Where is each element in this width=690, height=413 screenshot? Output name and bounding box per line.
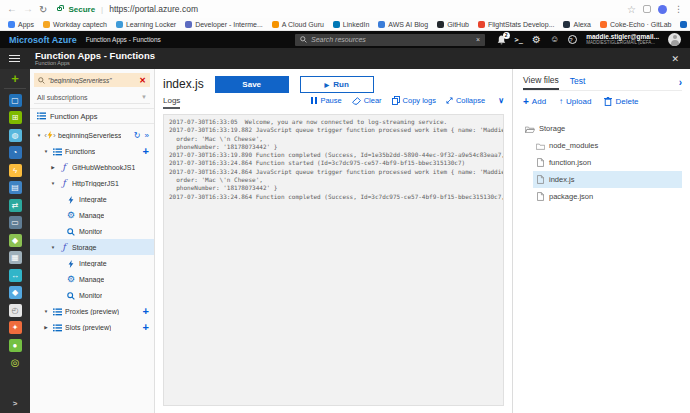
add-icon[interactable]: + [143, 322, 149, 332]
resource-groups-icon[interactable]: ◆ [9, 234, 22, 247]
hamburger-menu-icon[interactable] [9, 55, 20, 57]
chevron-right-icon[interactable]: ▶ [43, 325, 49, 330]
file-item-index-js[interactable]: index.js [533, 171, 682, 188]
close-blade-icon[interactable]: ✕ [671, 54, 681, 64]
collapse-button[interactable]: Collapse [446, 96, 485, 105]
tree-item-functions[interactable]: ▼Functions+ [30, 143, 154, 159]
account-menu[interactable]: maddie.stigler@gmail... MADDIESTIGLERGMA… [586, 33, 659, 45]
chevron-down-icon[interactable]: ▼ [43, 149, 49, 154]
tree-item-manage[interactable]: ⚙Manage [30, 271, 154, 287]
tree-item-integrate[interactable]: Integrate [30, 255, 154, 271]
tree-item-monitor[interactable]: Monitor [30, 287, 154, 303]
file-item-package-json[interactable]: package.json [533, 188, 682, 205]
browser-reload-icon[interactable]: ↻ [39, 4, 47, 15]
help-icon[interactable]: ? [568, 35, 577, 44]
chevron-down-icon[interactable]: ▼ [50, 181, 56, 186]
chevron-right-icon[interactable]: ▶ [50, 165, 56, 170]
subscriptions-icon[interactable]: ◎ [9, 356, 22, 369]
bookmark-apps[interactable]: Apps [8, 21, 34, 28]
azure-brand[interactable]: Microsoft Azure [9, 35, 77, 45]
app-services-icon[interactable]: ◍ [9, 129, 22, 142]
bookmark-aws-ai-blog[interactable]: AWS AI Blog [378, 21, 428, 28]
file-item-function-json[interactable]: function.json [533, 154, 682, 171]
bookmark-developer-interme[interactable]: Developer - Interme... [185, 21, 263, 28]
tree-item-beginningserverless[interactable]: ▼‹›beginningServerless↻» [30, 127, 154, 143]
add-file-button[interactable]: +Add [523, 96, 546, 107]
templates-icon[interactable]: ▦ [9, 251, 22, 264]
clear-button[interactable]: Clear [352, 96, 382, 105]
bookmark-proposal-tracker[interactable]: Proposal Tracker -... [680, 21, 690, 28]
app-insights-icon[interactable]: ● [9, 339, 22, 352]
avatar[interactable] [668, 33, 681, 46]
bookmark-coke-echo-gitlab[interactable]: Coke-Echo · GitLab [600, 21, 671, 28]
tree-item-manage[interactable]: ⚙Manage [30, 207, 154, 223]
add-icon[interactable]: + [143, 306, 149, 316]
search-resources-input[interactable]: Search resources × [295, 34, 485, 46]
bookmark-learning-locker[interactable]: Learning Locker [116, 21, 176, 28]
browser-menu-icon[interactable]: ⋮ [674, 4, 683, 14]
tree-item-storage[interactable]: ▼ƒStorage [30, 239, 154, 255]
bookmark-alexa[interactable]: Alexa [563, 21, 591, 28]
pause-button[interactable]: Pause [311, 96, 341, 105]
clear-search-icon[interactable]: × [476, 36, 480, 43]
sql-databases-icon[interactable]: ▤ [9, 181, 22, 194]
sync-icon[interactable]: ⇄ [9, 199, 22, 212]
scheduler-icon[interactable]: ◴ [9, 304, 22, 317]
run-button[interactable]: ▶Run [300, 76, 374, 93]
extension-icon[interactable] [658, 5, 667, 14]
copy-logs-button[interactable]: Copy logs [392, 96, 436, 105]
delete-button[interactable]: Delete [604, 97, 638, 106]
metrics-icon[interactable]: ◔ [9, 146, 22, 159]
cloud-shell-icon[interactable]: >_ [515, 36, 523, 44]
tree-item-label: beginningServerless [58, 132, 121, 139]
file-item-node-modules[interactable]: node_modules [533, 137, 682, 154]
chevron-down-icon[interactable]: ∨ [498, 96, 504, 105]
function-apps-section[interactable]: Function Apps [30, 108, 154, 124]
chevron-down-icon[interactable]: ▼ [43, 309, 49, 314]
bookmark-linkedin[interactable]: LinkedIn [333, 21, 369, 28]
tree-item-proxies-preview[interactable]: ▼Proxies (preview)+ [30, 303, 154, 319]
bookmark-flightstats-develop[interactable]: FlightStats Develop... [478, 21, 555, 28]
tree-item-httptriggerjs1[interactable]: ▼ƒHttpTriggerJS1 [30, 175, 154, 191]
tree-item-slots-preview[interactable]: ▶Slots (preview)+ [30, 319, 154, 335]
refresh-icon[interactable]: ↻ [134, 131, 141, 140]
bookmark-a-cloud-guru[interactable]: A Cloud Guru [272, 21, 324, 28]
extension-icon[interactable] [643, 5, 651, 13]
subscriptions-dropdown[interactable]: All subscriptions ▼ [34, 91, 150, 104]
add-icon[interactable]: + [143, 146, 149, 156]
spark-icon[interactable]: ✦ [9, 321, 22, 334]
expand-rail-icon[interactable]: > [13, 399, 18, 408]
chevron-right-icon[interactable]: › [679, 77, 682, 88]
file-item-storage[interactable]: Storage [523, 120, 682, 137]
clear-filter-icon[interactable]: ✕ [139, 76, 146, 85]
save-button[interactable]: Save [215, 76, 289, 93]
double-chevron-icon[interactable]: » [145, 131, 149, 140]
tree-item-githubwebhookjs1[interactable]: ▶ƒGitHubWebhookJS1 [30, 159, 154, 175]
bookmark-github[interactable]: GitHub [437, 21, 469, 28]
virtual-machines-icon[interactable]: ▢ [9, 94, 22, 107]
filter-input[interactable]: "beginningServerless" ✕ [34, 73, 150, 87]
api-management-icon[interactable]: ↔ [9, 269, 22, 282]
monitor-icon[interactable]: ▭ [9, 216, 22, 229]
cosmos-db-icon[interactable]: ◆ [9, 286, 22, 299]
browser-forward-icon[interactable]: → [23, 4, 33, 14]
tree-item-monitor[interactable]: Monitor [30, 223, 154, 239]
url-text[interactable]: https://portal.azure.com [109, 4, 198, 14]
new-resource-icon[interactable]: + [4, 73, 26, 89]
tree-item-integrate[interactable]: Integrate [30, 191, 154, 207]
bookmark-star-icon[interactable]: ☆ [627, 4, 636, 15]
dashboard-icon[interactable]: ⊞ [9, 111, 22, 124]
settings-gear-icon[interactable]: ⚙ [532, 35, 541, 45]
logs-output[interactable]: 2017-07-30T16:33:05 Welcome, you are now… [163, 114, 504, 406]
logs-tab[interactable]: Logs [163, 96, 180, 109]
chevron-down-icon[interactable]: ▼ [36, 133, 42, 138]
chevron-down-icon[interactable]: ▼ [50, 245, 56, 250]
upload-button[interactable]: ↑Upload [559, 97, 591, 106]
browser-back-icon[interactable]: ← [7, 4, 17, 14]
notifications-bell-icon[interactable]: 2 [497, 35, 506, 45]
tab-test[interactable]: Test [570, 76, 586, 89]
bookmark-workday-captech[interactable]: Workday captech [43, 21, 107, 28]
feedback-smiley-icon[interactable]: ☺ [550, 35, 559, 44]
function-apps-icon[interactable]: ϟ [9, 164, 22, 177]
tab-view-files[interactable]: View files [523, 75, 559, 90]
